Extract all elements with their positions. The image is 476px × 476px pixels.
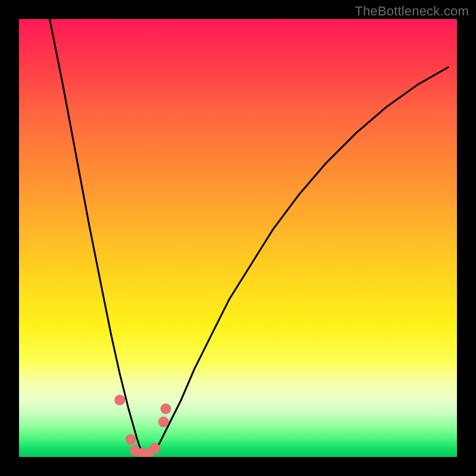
marker-point [114,394,125,405]
marker-group [114,394,171,457]
curve-path [50,19,449,453]
marker-point [161,403,171,414]
plot-area [19,19,457,457]
marker-point [126,434,136,445]
bottleneck-curve [50,19,449,453]
plot-svg [19,19,457,457]
watermark-text: TheBottleneck.com [355,4,469,19]
marker-point [158,416,169,427]
chart-frame: TheBottleneck.com [0,0,476,476]
marker-point [149,443,160,453]
